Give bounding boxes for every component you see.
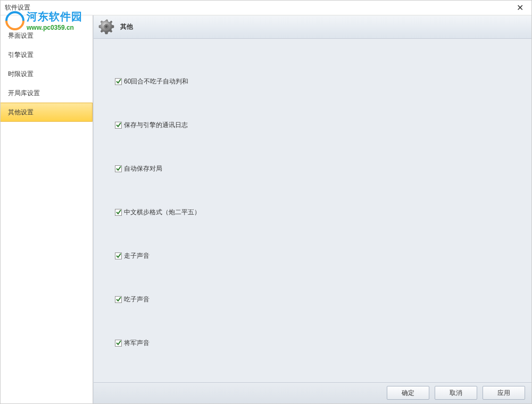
gear-icon <box>98 18 115 35</box>
option-move-sound: 走子声音 <box>115 251 531 260</box>
checkbox-chinese-notation[interactable] <box>115 209 122 216</box>
sidebar-item-label: 引擎设置 <box>8 50 34 60</box>
sidebar-item-label: 时限设置 <box>8 70 34 79</box>
sidebar-item-interface[interactable]: 界面设置 <box>1 26 93 45</box>
titlebar: 软件设置 ✕ <box>1 1 531 15</box>
button-label: 确定 <box>402 389 414 398</box>
sidebar-item-engine[interactable]: 引擎设置 <box>1 45 93 64</box>
option-label: 中文棋步格式（炮二平五） <box>124 208 201 217</box>
option-chinese-notation: 中文棋步格式（炮二平五） <box>115 208 531 217</box>
footer: 确定 取消 应用 <box>94 382 531 403</box>
checkbox-auto-draw[interactable] <box>115 78 122 85</box>
window-title: 软件设置 <box>3 3 30 12</box>
checkbox-move-sound[interactable] <box>115 252 122 259</box>
option-save-log: 保存与引擎的通讯日志 <box>115 121 531 130</box>
sidebar-item-timelimit[interactable]: 时限设置 <box>1 64 93 83</box>
option-label: 60回合不吃子自动判和 <box>124 77 188 86</box>
button-label: 应用 <box>497 389 510 398</box>
sidebar: 界面设置 引擎设置 时限设置 开局库设置 其他设置 <box>1 15 93 403</box>
ok-button[interactable]: 确定 <box>387 386 429 400</box>
cancel-button[interactable]: 取消 <box>435 386 477 400</box>
option-label: 将军声音 <box>124 339 149 348</box>
sidebar-item-label: 开局库设置 <box>8 89 40 98</box>
content-title: 其他 <box>120 22 133 31</box>
option-label: 自动保存对局 <box>124 164 162 173</box>
option-auto-save-game: 自动保存对局 <box>115 164 531 173</box>
checkbox-check-sound[interactable] <box>115 340 122 347</box>
checkbox-capture-sound[interactable] <box>115 296 122 303</box>
sidebar-item-label: 界面设置 <box>8 31 34 40</box>
option-check-sound: 将军声音 <box>115 339 531 348</box>
content-panel: 其他 60回合不吃子自动判和 保存与引擎的通讯日志 <box>93 15 531 403</box>
option-label: 保存与引擎的通讯日志 <box>124 121 188 130</box>
content-header: 其他 <box>94 15 531 39</box>
sidebar-item-other[interactable]: 其他设置 <box>1 103 93 122</box>
option-auto-draw: 60回合不吃子自动判和 <box>115 77 531 86</box>
apply-button[interactable]: 应用 <box>483 386 525 400</box>
checkbox-auto-save-game[interactable] <box>115 165 122 172</box>
close-icon: ✕ <box>517 3 523 13</box>
content-body: 60回合不吃子自动判和 保存与引擎的通讯日志 自动保存对局 <box>94 39 531 382</box>
option-label: 走子声音 <box>124 251 149 260</box>
settings-window: 软件设置 ✕ 界面设置 引擎设置 时限设置 开局库设置 其他设置 <box>0 0 532 404</box>
checkbox-save-log[interactable] <box>115 122 122 129</box>
sidebar-item-openingbook[interactable]: 开局库设置 <box>1 83 93 103</box>
body-area: 界面设置 引擎设置 时限设置 开局库设置 其他设置 <box>1 15 531 403</box>
button-label: 取消 <box>450 389 462 398</box>
close-button[interactable]: ✕ <box>510 1 529 15</box>
option-label: 吃子声音 <box>124 295 149 304</box>
sidebar-item-label: 其他设置 <box>8 108 34 117</box>
option-capture-sound: 吃子声音 <box>115 295 531 304</box>
svg-point-1 <box>105 26 107 28</box>
